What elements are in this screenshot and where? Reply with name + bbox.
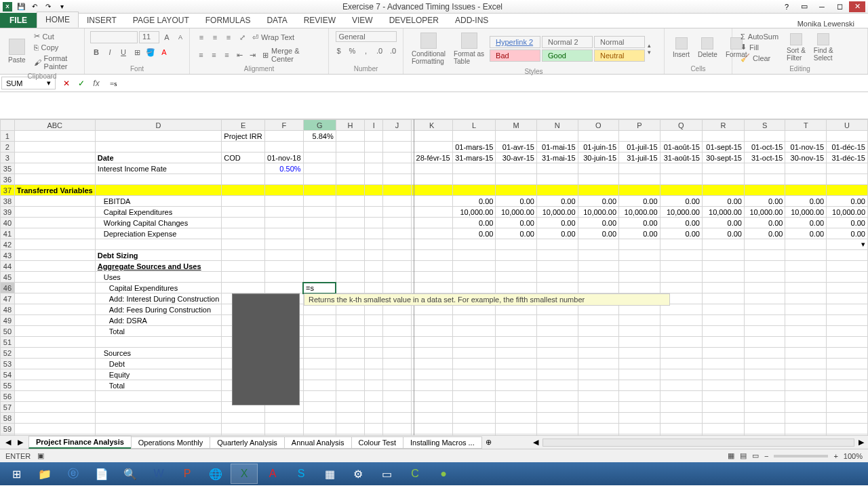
addins-tab[interactable]: ADD-INS (447, 13, 496, 28)
currency-icon[interactable]: $ (333, 45, 345, 57)
row-header[interactable]: 50 (1, 326, 15, 337)
row-header[interactable]: 58 (1, 413, 15, 424)
save-icon[interactable]: 💾 (16, 2, 26, 12)
ribbon-options-icon[interactable]: ▭ (796, 1, 812, 12)
home-tab[interactable]: HOME (37, 12, 79, 28)
skype-icon[interactable]: S (288, 464, 315, 484)
col-header[interactable]: J (383, 120, 411, 131)
ie-icon[interactable]: ⓔ (60, 464, 87, 484)
magnifier-icon[interactable]: 🔍 (117, 464, 144, 484)
row-header[interactable]: 41 (1, 228, 15, 239)
scroll-right-icon[interactable]: ▶ (854, 438, 868, 447)
row-header[interactable]: 44 (1, 261, 15, 272)
clear-button[interactable]: 🧹 Clear (738, 53, 781, 63)
col-header[interactable]: ABC (14, 120, 95, 131)
row-header[interactable]: 54 (1, 369, 15, 380)
align-right-icon[interactable]: ≡ (221, 49, 233, 61)
col-header[interactable]: D (95, 120, 222, 131)
col-header[interactable]: F (265, 120, 304, 131)
style-normal[interactable]: Normal (594, 36, 645, 48)
notepad-icon[interactable]: 📄 (88, 464, 115, 484)
row-header[interactable]: 59 (1, 424, 15, 434)
row-header[interactable]: 46 (1, 283, 15, 293)
powerpoint-icon[interactable]: P (174, 464, 201, 484)
font-color-button[interactable]: A (158, 46, 170, 58)
row-header[interactable]: 39 (1, 207, 15, 218)
close-button[interactable]: ✕ (849, 1, 865, 12)
formula-input[interactable]: =s (106, 78, 868, 89)
cut-button[interactable]: ✂ Cut (31, 31, 79, 41)
chrome-icon[interactable]: 🌐 (202, 464, 229, 484)
row-header[interactable]: 57 (1, 402, 15, 413)
row-header[interactable]: 3 (1, 152, 15, 163)
developer-tab[interactable]: DEVELOPER (381, 13, 447, 28)
paste-button[interactable]: Paste (5, 37, 28, 65)
row-header[interactable]: 55 (1, 380, 15, 391)
acrobat-icon[interactable]: A (259, 464, 286, 484)
row-header[interactable]: 43 (1, 250, 15, 261)
sheet-tab[interactable]: Operations Monthly (131, 436, 210, 449)
sheet-tab[interactable]: Quarterly Analysis (210, 436, 285, 449)
row-header[interactable]: 56 (1, 391, 15, 402)
scroll-left-icon[interactable]: ◀ (529, 438, 542, 447)
row-header[interactable]: 60 (1, 434, 15, 436)
view-tab[interactable]: VIEW (344, 13, 381, 28)
style-hyperlink2[interactable]: Hyperlink 2 (490, 36, 540, 48)
comma-icon[interactable]: , (360, 45, 372, 57)
orientation-icon[interactable]: ⤢ (236, 31, 248, 43)
row-header[interactable]: 49 (1, 315, 15, 326)
format-as-table-button[interactable]: Format as Table (451, 31, 487, 66)
file-tab[interactable]: FILE (0, 13, 37, 28)
excel-icon[interactable]: X (3, 2, 12, 12)
start-button[interactable]: ⊞ (3, 464, 30, 484)
copy-button[interactable]: ⎘ Copy (31, 43, 79, 52)
select-all-corner[interactable] (1, 120, 15, 131)
row-header[interactable]: 38 (1, 196, 15, 207)
app-icon[interactable]: ▦ (316, 464, 343, 484)
camtasia-icon[interactable]: C (401, 464, 429, 484)
decrease-font-icon[interactable]: A (174, 31, 186, 43)
align-top-icon[interactable]: ≡ (195, 31, 208, 43)
row-header[interactable]: 42 (1, 239, 15, 250)
horizontal-scrollbar[interactable] (542, 439, 854, 447)
find-select-button[interactable]: Find & Select (811, 32, 836, 63)
view-normal-icon[interactable]: ▦ (728, 451, 734, 460)
sheet-tab[interactable]: Installing Macros ... (403, 436, 482, 449)
conditional-formatting-button[interactable]: Conditional Formatting (409, 31, 448, 66)
sheet-tab[interactable]: Project Finance Analysis (28, 436, 132, 449)
wrap-text-button[interactable]: ⏎ Wrap Text (250, 33, 297, 43)
italic-button[interactable]: I (104, 46, 116, 58)
increase-indent-icon[interactable]: ⇥ (247, 49, 258, 61)
fill-color-button[interactable]: 🪣 (144, 46, 157, 58)
row-header[interactable]: 37 (1, 185, 15, 196)
row-header[interactable]: 47 (1, 293, 15, 304)
style-normal2[interactable]: Normal 2 (542, 36, 593, 48)
insert-function-button[interactable]: fx (90, 77, 103, 90)
sheet-nav-next-icon[interactable]: ▶ (15, 438, 26, 447)
page-layout-tab[interactable]: PAGE LAYOUT (125, 13, 197, 28)
style-bad[interactable]: Bad (490, 49, 540, 62)
align-center-icon[interactable]: ≡ (208, 49, 220, 61)
view-layout-icon[interactable]: ▤ (740, 451, 747, 460)
redo-icon[interactable]: ↷ (43, 2, 53, 12)
style-neutral[interactable]: Neutral (594, 49, 645, 62)
spreadsheet-grid[interactable]: ABC D E F G H I J K L M N O P Q R S T U (0, 119, 868, 435)
underline-button[interactable]: U (117, 46, 130, 58)
row-header[interactable]: 2 (1, 142, 15, 152)
zoom-level[interactable]: 100% (844, 452, 863, 460)
col-header[interactable]: K (411, 120, 452, 131)
maximize-button[interactable]: ◻ (831, 1, 848, 12)
styles-more-icon[interactable]: ▴▾ (648, 42, 651, 56)
help-icon[interactable]: ? (778, 1, 795, 12)
review-tab[interactable]: REVIEW (296, 13, 344, 28)
style-good[interactable]: Good (542, 49, 593, 62)
zoom-slider[interactable] (774, 455, 828, 458)
font-size-select[interactable]: 11 (139, 31, 159, 43)
app-icon[interactable]: ▭ (373, 464, 400, 484)
col-header[interactable]: M (496, 120, 536, 131)
col-header[interactable]: S (744, 120, 785, 131)
camtasia-rec-icon[interactable]: ● (430, 464, 457, 484)
col-header[interactable]: N (536, 120, 578, 131)
col-header[interactable]: L (452, 120, 496, 131)
excel-icon[interactable]: X (231, 464, 258, 484)
